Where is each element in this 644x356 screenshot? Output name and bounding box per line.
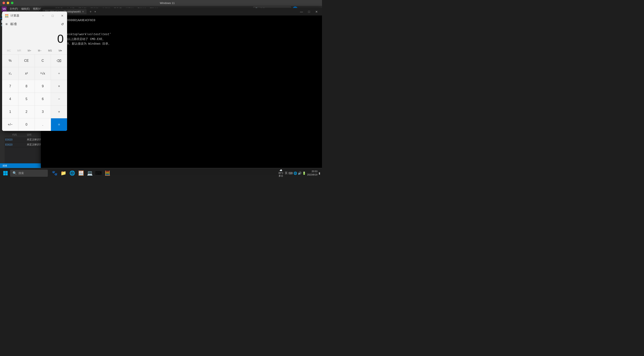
taskbar-right: ☁️ 30°C 多云 英 ⌨ 🌐 🔊 🔋 20:53 2023/8/19 ▮ <box>278 169 320 177</box>
calc-mminus-btn[interactable]: M− <box>34 48 45 53</box>
cmd-maximize-btn[interactable]: □ <box>305 8 313 15</box>
calc-4-btn[interactable]: 4 <box>2 93 18 105</box>
status-ready: 就绪 <box>2 164 8 167</box>
taskbar-clock[interactable]: 20:53 2023/8/19 <box>307 170 318 176</box>
menu-file[interactable]: 文件(F) <box>8 7 20 11</box>
calculator-window: 🧮 计算器 − □ ✕ ≡ 标准 ↺ 0 MC MR M+ M− MS M▾ %… <box>2 11 67 131</box>
calc-9-btn[interactable]: 9 <box>35 80 51 93</box>
vs-logo: VS <box>2 6 7 11</box>
calc-value: 0 <box>57 32 64 45</box>
calc-c-btn[interactable]: C <box>35 54 51 67</box>
calc-mr-btn[interactable]: MR <box>14 48 24 53</box>
menu-edit[interactable]: 编辑(E) <box>20 7 31 11</box>
taskbar-icon-store[interactable]: 🪟 <box>77 169 85 177</box>
calc-8-btn[interactable]: 8 <box>18 80 34 93</box>
calc-close-btn[interactable]: ✕ <box>58 11 67 20</box>
calc-mc-btn[interactable]: MC <box>4 48 14 53</box>
calc-ms-btn[interactable]: MS <box>45 48 55 53</box>
calc-backspace-btn[interactable]: ⌫ <box>51 54 67 67</box>
calc-mv-btn[interactable]: M▾ <box>55 48 66 53</box>
svg-rect-2 <box>3 173 6 175</box>
error-row-2-code: E0020 <box>5 143 12 146</box>
cmd-close-btn[interactable]: ✕ <box>313 8 320 15</box>
taskbar-search-icon: 🔍 <box>12 171 17 175</box>
calc-0-btn[interactable]: 0 <box>18 118 34 131</box>
cmd-line-1: malloc addr: 000001AA9E4CF6C0 <box>44 18 319 23</box>
windows-logo-icon <box>3 171 8 176</box>
cmd-dropdown-btn[interactable]: ▾ <box>94 10 97 14</box>
win-taskbar: 🔍 搜索 🐾 📁 🌐 🪟 💻 ⌨ 🧮 ☁️ 30°C 多云 英 ⌨ 🌐 🔊 🔋 … <box>0 168 322 178</box>
taskbar-temp: 30°C <box>278 172 284 174</box>
calc-5-btn[interactable]: 5 <box>18 93 34 105</box>
calc-3-btn[interactable]: 3 <box>35 106 51 118</box>
cmd-tab-close-btn[interactable]: ✕ <box>82 10 84 13</box>
calc-history-btn[interactable]: ↺ <box>61 22 64 26</box>
calc-minimize-btn[interactable]: − <box>38 11 48 20</box>
calc-button-grid: % CE C ⌫ ¹⁄ₓ x² ²√x ÷ 7 8 9 × 4 5 6 − 1 … <box>2 54 67 131</box>
cmd-minimize-btn[interactable]: — <box>298 8 305 15</box>
cmd-win-controls: — □ ✕ <box>298 8 320 15</box>
calc-mode: 标准 <box>10 22 17 26</box>
error-col-code: 代码 <box>12 133 27 136</box>
calc-2-btn[interactable]: 2 <box>18 106 34 118</box>
taskbar-lang-icon[interactable]: 英 <box>285 171 288 175</box>
calc-memory-row: MC MR M+ M− MS M▾ <box>2 47 67 54</box>
taskbar-search-btn[interactable]: 🔍 搜索 <box>10 170 48 177</box>
calc-win-controls: − □ ✕ <box>38 11 67 20</box>
taskbar-icon-browser[interactable]: 🌐 <box>68 169 76 177</box>
calc-decimal-btn[interactable]: . <box>35 118 51 131</box>
taskbar-app-icons: 🐾 📁 🌐 🪟 💻 ⌨ 🧮 <box>50 169 112 177</box>
taskbar-icon-vs[interactable]: 💻 <box>86 169 94 177</box>
cmd-titlebar: ⬛ \\Mac\Home\Desktop\work\\ ✕ + ▾ — □ ✕ <box>41 8 322 15</box>
taskbar-volume-icon[interactable]: 🔊 <box>298 172 302 175</box>
calc-mplus-btn[interactable]: M+ <box>24 48 34 53</box>
calc-display: 0 <box>2 28 67 47</box>
cmd-line-5: 用作为当前目录的以上路径启动了 CMD.EXE。 <box>44 37 319 41</box>
calc-negate-btn[interactable]: +/− <box>2 118 18 131</box>
calc-subtract-btn[interactable]: − <box>51 93 67 105</box>
svg-rect-3 <box>6 173 8 175</box>
calc-equals-btn[interactable]: = <box>51 118 67 131</box>
cmd-line-3: hello again <box>44 27 319 32</box>
mac-titlebar: Windows 11 <box>0 0 322 6</box>
cmd-line-6: UNC 路径不受支持。默认值设为 Windows 目录。 <box>44 41 319 46</box>
calc-square-btn[interactable]: x² <box>18 67 34 80</box>
calc-multiply-btn[interactable]: × <box>51 80 67 93</box>
calc-title: 计算器 <box>10 14 19 17</box>
calc-percent-btn[interactable]: % <box>2 54 18 67</box>
taskbar-show-desktop-btn[interactable]: ▮ <box>319 172 320 175</box>
svg-rect-0 <box>3 171 6 173</box>
taskbar-time-text: 20:53 <box>307 170 318 173</box>
taskbar-battery-icon[interactable]: 🔋 <box>302 172 306 175</box>
svg-rect-1 <box>6 171 8 173</box>
calc-1-btn[interactable]: 1 <box>2 106 18 118</box>
calc-titlebar: 🧮 计算器 − □ ✕ <box>2 11 67 20</box>
calc-sqrt-btn[interactable]: ²√x <box>35 67 51 80</box>
calc-inverse-btn[interactable]: ¹⁄ₓ <box>2 67 18 80</box>
calc-add-btn[interactable]: + <box>51 106 67 118</box>
taskbar-icon-explorer[interactable]: 🐾 <box>50 169 59 177</box>
calc-menu-btn[interactable]: ≡ <box>6 22 8 26</box>
calc-ce-btn[interactable]: CE <box>18 54 34 67</box>
calc-maximize-btn[interactable]: □ <box>48 11 58 20</box>
mac-min-btn[interactable] <box>7 2 9 4</box>
calc-header: ≡ 标准 ↺ <box>2 20 67 28</box>
taskbar-search-label: 搜索 <box>18 171 24 175</box>
mac-max-btn[interactable] <box>11 2 14 4</box>
cmd-content[interactable]: malloc addr: 000001AA9E4CF6C0 hello worl… <box>41 15 322 168</box>
cmd-line-2: hello world <box>44 23 319 27</box>
cmd-window: ⬛ \\Mac\Home\Desktop\work\\ ✕ + ▾ — □ ✕ … <box>41 8 322 168</box>
taskbar-start-btn[interactable] <box>2 170 9 177</box>
taskbar-icon-filemanager[interactable]: 📁 <box>59 169 68 177</box>
taskbar-sys-icons: 英 ⌨ 🌐 🔊 🔋 <box>285 171 306 175</box>
taskbar-icon-terminal[interactable]: ⌨ <box>94 169 103 177</box>
taskbar-network-icon[interactable]: 🌐 <box>294 172 297 175</box>
taskbar-keyboard-icon[interactable]: ⌨ <box>288 172 293 175</box>
taskbar-weather[interactable]: ☁️ 30°C 多云 <box>278 169 284 177</box>
mac-close-btn[interactable] <box>2 2 5 4</box>
calc-7-btn[interactable]: 7 <box>2 80 18 93</box>
taskbar-icon-calc[interactable]: 🧮 <box>103 169 112 177</box>
calc-divide-btn[interactable]: ÷ <box>51 67 67 80</box>
calc-6-btn[interactable]: 6 <box>35 93 51 105</box>
cmd-new-tab-btn[interactable]: + <box>88 9 93 14</box>
